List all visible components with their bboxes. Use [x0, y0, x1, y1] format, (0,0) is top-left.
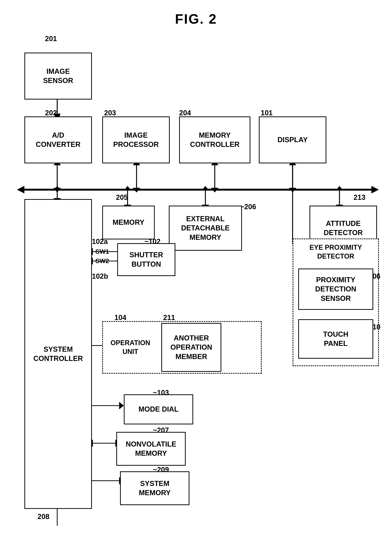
another-operation-member-block: ANOTHEROPERATIONMEMBER — [161, 323, 221, 372]
nonvolatile-memory-block: NONVOLATILEMEMORY — [116, 432, 186, 466]
another-operation-member-label: ANOTHEROPERATIONMEMBER — [170, 333, 212, 361]
svg-marker-31 — [336, 186, 343, 191]
display-label: DISPLAY — [277, 135, 308, 144]
svg-marker-25 — [124, 186, 131, 191]
memory-label: MEMORY — [112, 218, 144, 227]
ref-206: ~206 — [240, 203, 256, 211]
image-processor-block: IMAGEPROCESSOR — [102, 116, 170, 163]
memory-controller-block: MEMORYCONTROLLER — [179, 116, 250, 163]
eye-proximity-detector-label: EYE PROXIMITYDETECTOR — [295, 243, 376, 261]
external-detachable-memory-label: EXTERNALDETACHABLEMEMORY — [181, 214, 230, 242]
touch-panel-label: TOUCHPANEL — [323, 330, 348, 348]
mode-dial-label: MODE DIAL — [138, 405, 178, 414]
svg-marker-16 — [211, 188, 219, 192]
ref-102a: 102a — [92, 238, 108, 246]
system-controller-label: SYSTEMCONTROLLER — [33, 345, 83, 363]
diagram-container: FIG. 2 — [0, 0, 392, 541]
image-processor-label: IMAGEPROCESSOR — [113, 131, 159, 149]
ad-converter-block: A/DCONVERTER — [24, 116, 92, 163]
system-memory-label: SYSTEMMEMORY — [139, 479, 171, 498]
svg-marker-10 — [53, 188, 61, 192]
touch-panel-block: TOUCHPANEL — [298, 319, 373, 359]
ref-213: 213 — [354, 193, 365, 202]
memory-block: MEMORY — [102, 206, 155, 239]
proximity-detection-sensor-label: PROXIMITYDETECTIONSENSOR — [315, 275, 356, 303]
sw1-label: SW1 — [95, 248, 109, 255]
image-sensor-label: IMAGESENSOR — [43, 67, 73, 85]
attitude-detector-label: ATTITUDEDETECTOR — [324, 219, 363, 238]
ref-104: 104 — [114, 314, 126, 322]
ref-201: 201 — [45, 35, 57, 43]
proximity-detection-sensor-block: PROXIMITYDETECTIONSENSOR — [298, 269, 373, 310]
ref-202: 202 — [45, 109, 57, 117]
ref-101: 101 — [261, 109, 273, 117]
figure-title: FIG. 2 — [175, 11, 217, 27]
ref-208: 208 — [37, 513, 49, 521]
ref-102b: 102b — [92, 272, 108, 280]
ref-211: 211 — [163, 314, 175, 322]
shutter-button-block: SHUTTERBUTTON — [117, 243, 175, 276]
svg-marker-13 — [133, 188, 140, 192]
ref-203: 203 — [104, 109, 116, 117]
ref-204: 204 — [179, 109, 191, 117]
shutter-button-label: SHUTTERBUTTON — [129, 250, 163, 269]
sw2-label: SW2 — [95, 257, 109, 265]
svg-marker-6 — [17, 186, 24, 193]
memory-controller-label: MEMORYCONTROLLER — [190, 131, 239, 149]
system-memory-block: SYSTEMMEMORY — [120, 471, 189, 505]
mode-dial-block: MODE DIAL — [124, 394, 193, 424]
svg-marker-42 — [119, 402, 124, 409]
svg-marker-28 — [202, 186, 209, 191]
external-detachable-memory-block: EXTERNALDETACHABLEMEMORY — [169, 206, 242, 251]
display-block: DISPLAY — [259, 116, 326, 163]
svg-marker-7 — [371, 186, 379, 193]
svg-marker-19 — [289, 188, 296, 192]
ref-205: 205 — [116, 193, 128, 202]
svg-marker-22 — [53, 186, 61, 191]
ad-converter-label: A/DCONVERTER — [36, 131, 81, 149]
system-controller-block: SYSTEMCONTROLLER — [24, 199, 92, 509]
nonvolatile-memory-label: NONVOLATILEMEMORY — [126, 440, 176, 458]
image-sensor-block: IMAGESENSOR — [24, 52, 92, 99]
operation-unit-label: OPERATIONUNIT — [104, 323, 157, 372]
